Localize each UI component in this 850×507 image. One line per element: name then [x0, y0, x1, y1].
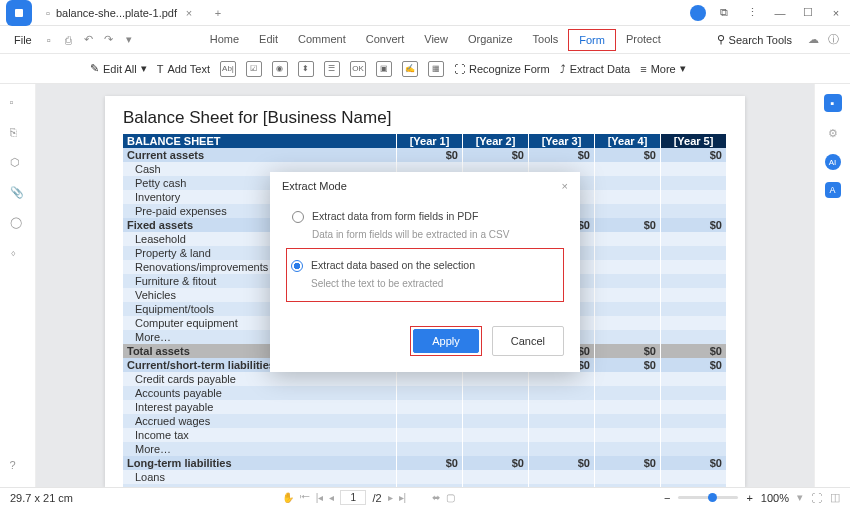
- redo-icon[interactable]: ↷: [100, 31, 118, 49]
- app-icon: [6, 0, 32, 26]
- cancel-button[interactable]: Cancel: [492, 326, 564, 356]
- menu-protect[interactable]: Protect: [616, 29, 671, 51]
- button-field-icon[interactable]: OK: [350, 61, 366, 77]
- close-tab-icon[interactable]: ×: [183, 7, 195, 19]
- select-tool-icon[interactable]: ⭰: [300, 492, 310, 503]
- edit-all-button[interactable]: ✎Edit All▾: [90, 62, 147, 75]
- signature-field-icon[interactable]: ✍: [402, 61, 418, 77]
- chevron-down-icon: ▾: [680, 62, 686, 75]
- more-button[interactable]: ≡More▾: [640, 62, 685, 75]
- dialog-close-icon[interactable]: ×: [562, 180, 568, 192]
- row-label: Income tax: [123, 428, 397, 442]
- extract-mode-dialog: Extract Mode × Extract data from form fi…: [270, 172, 580, 372]
- search-icon: ⚲: [717, 33, 725, 46]
- menu-comment[interactable]: Comment: [288, 29, 356, 51]
- pencil-icon: ✎: [90, 62, 99, 75]
- fit-page-icon[interactable]: ▢: [446, 492, 455, 503]
- fullscreen-icon[interactable]: ⛶: [811, 492, 822, 504]
- cell: [595, 274, 661, 288]
- cell-value: $0: [463, 148, 529, 162]
- thumbnails-icon[interactable]: ▫: [10, 96, 26, 112]
- popout-icon[interactable]: ⧉: [710, 0, 738, 26]
- cell: [397, 470, 463, 484]
- cell: [595, 232, 661, 246]
- list-field-icon[interactable]: ☰: [324, 61, 340, 77]
- cell: [595, 176, 661, 190]
- next-page-icon[interactable]: ▸: [388, 492, 393, 503]
- reader-mode-icon[interactable]: ◫: [830, 491, 840, 504]
- option-form-fields[interactable]: Extract data from form fields in PDF: [292, 210, 558, 223]
- assist-icon[interactable]: A: [825, 182, 841, 198]
- cell: [529, 470, 595, 484]
- menu-home[interactable]: Home: [200, 29, 249, 51]
- cloud-icon[interactable]: ☁: [804, 31, 822, 49]
- option-selection[interactable]: Extract data based on the selection: [291, 259, 559, 272]
- option-label: Extract data based on the selection: [311, 259, 475, 271]
- cell-value: $0: [529, 148, 595, 162]
- undo-icon[interactable]: ↶: [80, 31, 98, 49]
- cell-value: $0: [661, 456, 727, 470]
- menu-organize[interactable]: Organize: [458, 29, 523, 51]
- menu-edit[interactable]: Edit: [249, 29, 288, 51]
- bookmarks-icon[interactable]: ⎘: [10, 126, 26, 142]
- image-field-icon[interactable]: ▣: [376, 61, 392, 77]
- table-header: [Year 1]: [397, 134, 463, 148]
- maximize-button[interactable]: ☐: [794, 0, 822, 26]
- zoom-out-icon[interactable]: −: [664, 492, 670, 504]
- minimize-button[interactable]: —: [766, 0, 794, 26]
- menu-tools[interactable]: Tools: [523, 29, 569, 51]
- menu-convert[interactable]: Convert: [356, 29, 415, 51]
- properties-icon[interactable]: ▪: [824, 94, 842, 112]
- date-field-icon[interactable]: ▦: [428, 61, 444, 77]
- cell-value: $0: [661, 344, 727, 358]
- fit-width-icon[interactable]: ⬌: [432, 492, 440, 503]
- menu-form[interactable]: Form: [568, 29, 616, 51]
- user-avatar[interactable]: [690, 5, 706, 21]
- page-dimensions: 29.7 x 21 cm: [10, 492, 73, 504]
- zoom-in-icon[interactable]: +: [746, 492, 752, 504]
- print-icon[interactable]: ⎙: [60, 31, 78, 49]
- zoom-slider[interactable]: [678, 496, 738, 499]
- search-placeholder[interactable]: Search Tools: [729, 34, 792, 46]
- last-page-icon[interactable]: ▸|: [399, 492, 407, 503]
- radio-field-icon[interactable]: ◉: [272, 61, 288, 77]
- text-field-icon[interactable]: Ab|: [220, 61, 236, 77]
- help-icon[interactable]: ⓘ: [824, 31, 842, 49]
- form-toolbar: ✎Edit All▾ TAdd Text Ab| ☑ ◉ ⬍ ☰ OK ▣ ✍ …: [0, 54, 850, 84]
- section-label: Current assets: [123, 148, 397, 162]
- chevron-down-icon[interactable]: ▾: [120, 31, 138, 49]
- checkbox-field-icon[interactable]: ☑: [246, 61, 262, 77]
- attachments-icon[interactable]: 📎: [10, 186, 26, 202]
- cell: [595, 442, 661, 456]
- extract-data-button[interactable]: ⤴Extract Data: [560, 63, 631, 75]
- chevron-down-icon[interactable]: ▾: [797, 491, 803, 504]
- page-input[interactable]: [340, 490, 366, 505]
- info-icon[interactable]: ?: [10, 459, 26, 475]
- search-panel-icon[interactable]: ◯: [10, 216, 26, 232]
- settings-icon[interactable]: ⚙: [824, 124, 842, 142]
- cell: [661, 428, 727, 442]
- first-page-icon[interactable]: |◂: [316, 492, 324, 503]
- hand-tool-icon[interactable]: ✋: [282, 492, 294, 503]
- row-label: Accrued wages: [123, 414, 397, 428]
- ai-icon[interactable]: AI: [825, 154, 841, 170]
- security-icon[interactable]: ⬡: [10, 156, 26, 172]
- recognize-form-button[interactable]: ⛶Recognize Form: [454, 63, 550, 75]
- new-tab-button[interactable]: +: [211, 6, 225, 20]
- save-icon[interactable]: ▫: [40, 31, 58, 49]
- file-menu[interactable]: File: [8, 34, 38, 46]
- apply-button[interactable]: Apply: [413, 329, 479, 353]
- close-button[interactable]: ×: [822, 0, 850, 26]
- add-text-button[interactable]: TAdd Text: [157, 63, 210, 75]
- document-tab[interactable]: ▫ balance-she...plate-1.pdf ×: [38, 2, 203, 24]
- layers-icon[interactable]: ⬨: [10, 246, 26, 262]
- cell: [661, 330, 727, 344]
- cell: [397, 400, 463, 414]
- zoom-level: 100%: [761, 492, 789, 504]
- prev-page-icon[interactable]: ◂: [329, 492, 334, 503]
- cell-value: $0: [595, 358, 661, 372]
- kebab-icon[interactable]: ⋮: [738, 0, 766, 26]
- dropdown-field-icon[interactable]: ⬍: [298, 61, 314, 77]
- menu-view[interactable]: View: [414, 29, 458, 51]
- cell: [529, 428, 595, 442]
